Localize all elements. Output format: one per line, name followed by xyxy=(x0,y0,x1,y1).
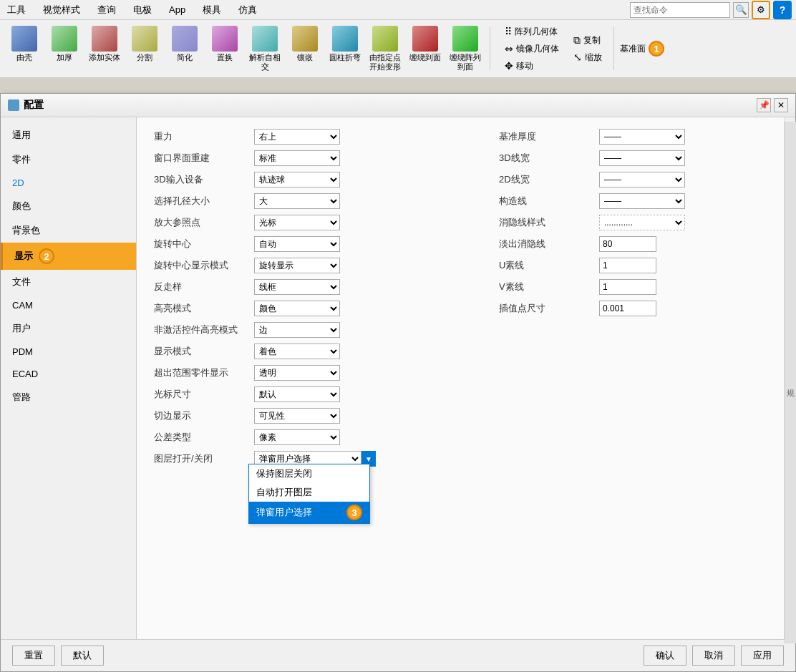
sidebar-item-parts[interactable]: 零件 xyxy=(1,147,136,172)
mirror-geometry-btn[interactable]: ⇔ 镜像几何体 xyxy=(502,42,562,57)
fadedhidden-input[interactable] xyxy=(599,236,656,252)
tool-simplify[interactable]: 简化 xyxy=(166,23,203,65)
form-row-rebuild: 窗口界面重建 标准 3D线宽 —— xyxy=(148,147,772,169)
grid-icon: ⠿ xyxy=(505,26,512,37)
cancel-button[interactable]: 取消 xyxy=(692,646,735,666)
cell-cutedge-select: 可见性 xyxy=(248,405,493,427)
tool-replace[interactable]: 置换 xyxy=(206,23,243,65)
sidebar-item-pdm[interactable]: PDM xyxy=(1,341,136,363)
array-geometry-btn[interactable]: ⠿ 阵列几何体 xyxy=(502,24,562,39)
form-row-gravity: 重力 右上 基准厚度 —— xyxy=(148,126,772,147)
help-button[interactable]: ? xyxy=(773,1,792,19)
cell-gravity-select: 右上 xyxy=(248,126,493,147)
move-btn[interactable]: ✥ 移动 xyxy=(502,59,562,74)
2dlinewidth-select[interactable]: —— xyxy=(599,172,685,188)
wrap-icon xyxy=(412,26,438,52)
tool-embed-label: 镶嵌 xyxy=(297,53,313,62)
tool-revolve[interactable]: 由壳 xyxy=(6,23,43,65)
sidebar-item-2d[interactable]: 2D xyxy=(1,172,136,194)
displaymode-select[interactable]: 着色 xyxy=(254,344,340,359)
tolerance-select[interactable]: 像素 xyxy=(254,429,340,445)
menu-item-visual[interactable]: 视觉样式 xyxy=(40,2,83,18)
dropdown-option-popup[interactable]: 弹窗用户选择 3 xyxy=(249,502,369,523)
label-selectaperture: 选择孔径大小 xyxy=(148,190,248,212)
cell-base-thickness: —— xyxy=(593,126,772,147)
tool-transform-label: 由指定点开始变形 xyxy=(369,53,402,72)
copy-btn[interactable]: ⧉ 复制 xyxy=(571,33,605,48)
default-button[interactable]: 默认 xyxy=(61,646,104,666)
sidebar-item-display[interactable]: 显示 2 xyxy=(1,243,136,270)
settings-button[interactable]: ⚙ xyxy=(752,1,770,19)
tool-transform[interactable]: 由指定点开始变形 xyxy=(367,23,404,74)
menu-item-tools[interactable]: 工具 xyxy=(4,2,29,18)
hiddenline-select[interactable]: ............ xyxy=(599,215,685,230)
gravity-select[interactable]: 右上 xyxy=(254,129,340,145)
cursorsize-select[interactable]: 默认 xyxy=(254,386,340,402)
config-dialog: 配置 📌 ✕ 通用 零件 2D 颜色 背景色 显示 2 文件 CAM xyxy=(0,93,796,672)
tool-deself[interactable]: 解析自相交 xyxy=(246,23,283,74)
vlines-input[interactable] xyxy=(599,279,656,295)
ulines-input[interactable] xyxy=(599,258,656,273)
confirm-button[interactable]: 确认 xyxy=(644,646,686,666)
outofrange-select[interactable]: 透明 xyxy=(254,365,340,381)
tool-cylinder[interactable]: 圆柱折弯 xyxy=(326,23,364,65)
dialog-title: 配置 xyxy=(8,99,44,112)
sidebar-item-pipeline[interactable]: 管路 xyxy=(1,385,136,409)
rebuild-select[interactable]: 标准 xyxy=(254,150,340,166)
label-gravity: 重力 xyxy=(148,126,248,147)
tool-wraparray[interactable]: 缠绕阵列到面 xyxy=(447,23,484,74)
search-button[interactable]: 🔍 xyxy=(733,2,749,18)
sidebar-item-file[interactable]: 文件 xyxy=(1,270,136,294)
menu-item-app[interactable]: App xyxy=(166,3,188,16)
scale-btn[interactable]: ⤡ 缩放 xyxy=(571,50,605,65)
tool-split[interactable]: 分割 xyxy=(126,23,163,65)
dialog-title-text: 配置 xyxy=(24,99,44,112)
dropdown-option-keepclosed[interactable]: 保持图层关闭 xyxy=(249,464,369,483)
construction-select[interactable]: —— xyxy=(599,193,685,209)
search-input[interactable] xyxy=(630,2,730,18)
selectaperture-select[interactable]: 大 xyxy=(254,193,340,209)
menu-item-electrode[interactable]: 电极 xyxy=(130,2,155,18)
antialias-select[interactable]: 线框 xyxy=(254,279,340,295)
rotmode-select[interactable]: 旋转显示 xyxy=(254,258,340,273)
tool-embed[interactable]: 镶嵌 xyxy=(286,23,324,65)
label-zoomref: 放大参照点 xyxy=(148,212,248,233)
menu-item-mold[interactable]: 模具 xyxy=(200,2,224,18)
pin-button[interactable]: 📌 xyxy=(757,98,771,112)
label-inactivehighlight: 非激活控件高亮模式 xyxy=(148,319,248,341)
reset-button[interactable]: 重置 xyxy=(12,646,55,666)
highlight-select[interactable]: 颜色 xyxy=(254,301,340,316)
dropdown-selected-label: 弹窗用户选择 xyxy=(256,506,312,519)
sidebar-item-ecad[interactable]: ECAD xyxy=(1,363,136,385)
dialog-title-buttons: 📌 ✕ xyxy=(757,98,788,112)
inactivehighlight-select[interactable]: 边 xyxy=(254,322,340,338)
sidebar-item-user[interactable]: 用户 xyxy=(1,316,136,341)
sidebar-item-general[interactable]: 通用 xyxy=(1,123,136,147)
scale-icon: ⤡ xyxy=(573,52,582,63)
zoomref-select[interactable]: 光标 xyxy=(254,215,340,230)
close-button[interactable]: ✕ xyxy=(774,98,788,112)
label-tolerance: 公差类型 xyxy=(148,427,248,448)
cell-2dlinewidth: —— xyxy=(593,169,772,190)
apply-button[interactable]: 应用 xyxy=(741,646,784,666)
rotcenter-select[interactable]: 自动 xyxy=(254,236,340,252)
tool-wrap[interactable]: 缠绕到面 xyxy=(407,23,444,65)
sidebar-item-bgcolor[interactable]: 背景色 xyxy=(1,218,136,243)
label-highlight: 高亮模式 xyxy=(148,298,248,319)
3dinput-select[interactable]: 轨迹球 xyxy=(254,172,340,188)
3dlinewidth-select[interactable]: —— xyxy=(599,150,685,166)
dropdown-option-autoopen[interactable]: 自动打开图层 xyxy=(249,483,369,502)
menu-item-query[interactable]: 查询 xyxy=(94,2,119,18)
sidebar-item-color[interactable]: 颜色 xyxy=(1,194,136,218)
footer-left-buttons: 重置 默认 xyxy=(12,646,104,666)
sidebar-item-cam[interactable]: CAM xyxy=(1,294,136,316)
menu-item-sim[interactable]: 仿真 xyxy=(236,2,260,18)
tool-addsolid[interactable]: 添加实体 xyxy=(86,23,123,65)
cutedge-select[interactable]: 可见性 xyxy=(254,408,340,424)
base-thickness-select[interactable]: —— xyxy=(599,129,685,145)
tool-thicken[interactable]: 加厚 xyxy=(46,23,83,65)
copy-label: 复制 xyxy=(583,34,601,47)
label-cutedge: 切边显示 xyxy=(148,405,248,427)
cell-interpsize xyxy=(593,298,772,319)
interpsize-input[interactable] xyxy=(599,301,656,316)
